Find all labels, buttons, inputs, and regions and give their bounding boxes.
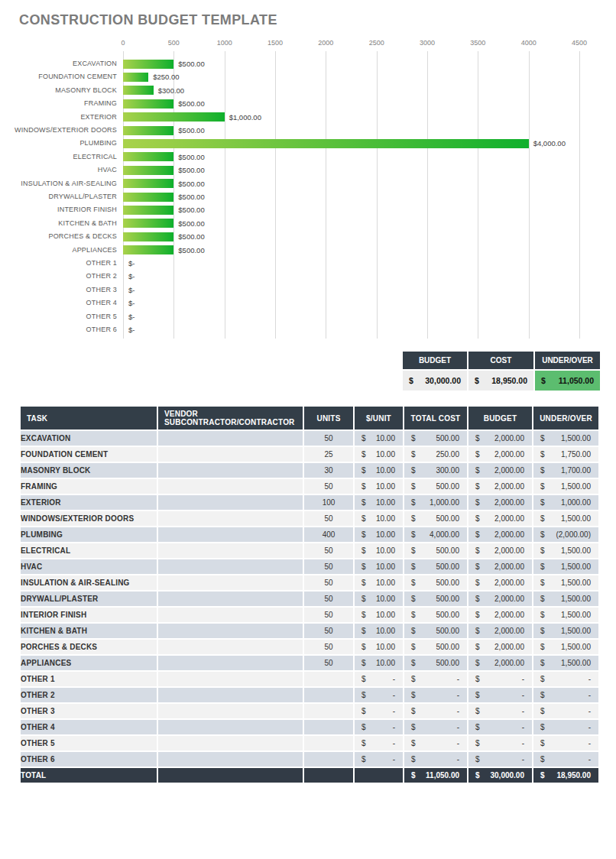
cell-task[interactable]: EXTERIOR bbox=[20, 494, 157, 511]
cell-total-cost[interactable]: $500.00 bbox=[404, 430, 468, 446]
cell-task[interactable]: PLUMBING bbox=[20, 527, 157, 543]
cell-total-cost[interactable]: $4,000.00 bbox=[404, 527, 468, 543]
cell-task[interactable]: APPLIANCES bbox=[20, 655, 157, 671]
cell-unit-cost[interactable]: $10.00 bbox=[354, 462, 404, 478]
cell-under-over[interactable]: $(2,000.00) bbox=[533, 527, 599, 543]
cell-task[interactable]: KITCHEN & BATH bbox=[20, 623, 157, 639]
cell-units[interactable]: 50 bbox=[303, 655, 354, 671]
cell-budget[interactable]: $2,000.00 bbox=[468, 462, 533, 478]
cell-total-cost[interactable]: $500.00 bbox=[404, 559, 468, 575]
cell-under-over[interactable]: $1,500.00 bbox=[533, 511, 599, 527]
cell-task[interactable]: MASONRY BLOCK bbox=[20, 462, 157, 478]
cell-vendor[interactable] bbox=[157, 719, 303, 735]
cell-budget[interactable]: $2,000.00 bbox=[468, 511, 533, 527]
cell-budget[interactable]: $2,000.00 bbox=[468, 575, 533, 591]
cell-vendor[interactable] bbox=[157, 494, 303, 511]
cell-under-over[interactable]: $1,700.00 bbox=[533, 462, 599, 478]
cell-units[interactable]: 50 bbox=[303, 430, 354, 446]
cell-budget[interactable]: $- bbox=[468, 751, 533, 767]
cell-total-cost[interactable]: $- bbox=[404, 719, 468, 735]
cell-budget[interactable]: $2,000.00 bbox=[468, 543, 533, 559]
cell-total-cost-sum[interactable]: $11,050.00 bbox=[404, 767, 468, 783]
cell-unit-cost[interactable]: $10.00 bbox=[354, 575, 404, 591]
cell-under-over[interactable]: $- bbox=[533, 735, 599, 751]
cell-budget[interactable]: $2,000.00 bbox=[468, 430, 533, 446]
cell-total-cost[interactable]: $500.00 bbox=[404, 591, 468, 607]
cell-vendor[interactable] bbox=[157, 639, 303, 655]
cell-budget[interactable]: $2,000.00 bbox=[468, 559, 533, 575]
cell-under-over[interactable]: $1,500.00 bbox=[533, 430, 599, 446]
cell-vendor[interactable] bbox=[157, 591, 303, 607]
cell-task[interactable]: FRAMING bbox=[20, 478, 157, 494]
cell-under-over[interactable]: $1,500.00 bbox=[533, 478, 599, 494]
cell-vendor[interactable] bbox=[157, 527, 303, 543]
cell-total-cost[interactable]: $500.00 bbox=[404, 511, 468, 527]
cell-total-cost[interactable]: $500.00 bbox=[404, 575, 468, 591]
cell-unit-cost[interactable]: $10.00 bbox=[354, 430, 404, 446]
cell-total-cost[interactable]: $500.00 bbox=[404, 607, 468, 623]
cell-unit-cost[interactable]: $10.00 bbox=[354, 543, 404, 559]
cell-under-over[interactable]: $- bbox=[533, 703, 599, 719]
cell-task[interactable]: PORCHES & DECKS bbox=[20, 639, 157, 655]
cell-task[interactable]: OTHER 4 bbox=[20, 719, 157, 735]
cell-unit-cost[interactable]: $- bbox=[354, 719, 404, 735]
cell-total-cost[interactable]: $500.00 bbox=[404, 543, 468, 559]
cell-task[interactable]: EXCAVATION bbox=[20, 430, 157, 446]
cell-units[interactable]: 25 bbox=[303, 446, 354, 462]
cell-vendor[interactable] bbox=[157, 478, 303, 494]
cell-under-over[interactable]: $1,500.00 bbox=[533, 543, 599, 559]
cell-unit-cost[interactable]: $10.00 bbox=[354, 639, 404, 655]
cell-units[interactable]: 50 bbox=[303, 639, 354, 655]
cell-total-cost[interactable]: $500.00 bbox=[404, 639, 468, 655]
cell-unit-cost[interactable]: $10.00 bbox=[354, 511, 404, 527]
cell-task[interactable]: OTHER 6 bbox=[20, 751, 157, 767]
cell-under-over[interactable]: $1,500.00 bbox=[533, 575, 599, 591]
cell-budget[interactable]: $2,000.00 bbox=[468, 494, 533, 511]
cell-vendor[interactable] bbox=[157, 511, 303, 527]
cell-budget[interactable]: $2,000.00 bbox=[468, 478, 533, 494]
cell-under-over[interactable]: $- bbox=[533, 671, 599, 687]
cell-unit-cost[interactable]: $- bbox=[354, 735, 404, 751]
cell-unit-cost[interactable]: $10.00 bbox=[354, 655, 404, 671]
cell-under-over[interactable]: $1,500.00 bbox=[533, 559, 599, 575]
cell-vendor[interactable] bbox=[157, 430, 303, 446]
cell-under-over[interactable]: $- bbox=[533, 751, 599, 767]
cell-task[interactable]: ELECTRICAL bbox=[20, 543, 157, 559]
cell-task[interactable]: INSULATION & AIR-SEALING bbox=[20, 575, 157, 591]
cell-under-over[interactable]: $1,500.00 bbox=[533, 623, 599, 639]
cell-task[interactable]: HVAC bbox=[20, 559, 157, 575]
cell-total-cost[interactable]: $500.00 bbox=[404, 655, 468, 671]
cell-budget[interactable]: $2,000.00 bbox=[468, 591, 533, 607]
cell-vendor[interactable] bbox=[157, 687, 303, 703]
summary-value-cell[interactable]: $18,950.00 bbox=[468, 371, 533, 391]
cell-total-cost[interactable]: $- bbox=[404, 735, 468, 751]
cell-vendor[interactable] bbox=[157, 543, 303, 559]
cell-units[interactable]: 400 bbox=[303, 527, 354, 543]
summary-value-cell[interactable]: $30,000.00 bbox=[403, 371, 467, 391]
cell-budget[interactable]: $2,000.00 bbox=[468, 655, 533, 671]
cell-vendor[interactable] bbox=[157, 446, 303, 462]
cell-units[interactable]: 50 bbox=[303, 559, 354, 575]
cell-under-over[interactable]: $1,750.00 bbox=[533, 446, 599, 462]
cell-units[interactable]: 50 bbox=[303, 511, 354, 527]
cell-total-cost[interactable]: $- bbox=[404, 703, 468, 719]
cell-units[interactable] bbox=[303, 735, 354, 751]
cell-total-cost[interactable]: $500.00 bbox=[404, 478, 468, 494]
cell-units[interactable]: 50 bbox=[303, 623, 354, 639]
cell-budget-sum[interactable]: $30,000.00 bbox=[468, 767, 533, 783]
cell-budget[interactable]: $- bbox=[468, 687, 533, 703]
cell-vendor[interactable] bbox=[157, 462, 303, 478]
cell-budget[interactable]: $- bbox=[468, 671, 533, 687]
cell-unit-cost[interactable]: $10.00 bbox=[354, 446, 404, 462]
cell-under-over-sum[interactable]: $18,950.00 bbox=[533, 767, 599, 783]
cell-budget[interactable]: $2,000.00 bbox=[468, 623, 533, 639]
cell-unit-cost[interactable]: $- bbox=[354, 703, 404, 719]
cell-vendor[interactable] bbox=[157, 607, 303, 623]
cell-vendor[interactable] bbox=[157, 575, 303, 591]
cell-units[interactable] bbox=[303, 751, 354, 767]
cell-task[interactable]: FOUNDATION CEMENT bbox=[20, 446, 157, 462]
cell-unit-cost[interactable]: $10.00 bbox=[354, 559, 404, 575]
cell-vendor[interactable] bbox=[157, 735, 303, 751]
cell-total-cost[interactable]: $500.00 bbox=[404, 623, 468, 639]
cell-under-over[interactable]: $1,500.00 bbox=[533, 591, 599, 607]
